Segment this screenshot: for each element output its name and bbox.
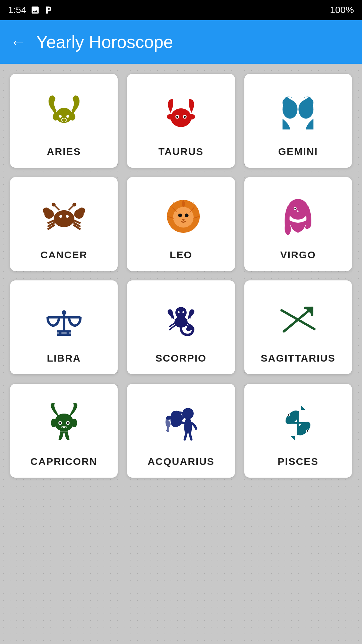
svg-line-77 <box>185 432 187 439</box>
status-bar: 1:54 100% <box>0 0 362 20</box>
svg-point-41 <box>178 214 182 217</box>
virgo-icon <box>271 190 325 243</box>
svg-point-79 <box>283 408 302 426</box>
svg-point-17 <box>283 98 292 107</box>
zodiac-card-cancer[interactable]: CANCER <box>10 177 118 271</box>
svg-point-33 <box>59 215 62 218</box>
svg-point-34 <box>66 215 68 218</box>
svg-marker-84 <box>291 434 298 441</box>
scorpio-label: SCORPIO <box>156 353 206 364</box>
zodiac-card-scorpio[interactable]: SCORPIO <box>127 280 235 374</box>
pisces-label: PISCES <box>278 456 318 467</box>
svg-point-45 <box>295 208 296 209</box>
svg-point-43 <box>288 199 309 220</box>
svg-line-65 <box>282 310 314 329</box>
parking-icon <box>44 5 53 15</box>
leo-label: LEO <box>170 249 192 261</box>
svg-point-19 <box>304 98 314 107</box>
status-right: 100% <box>330 5 354 15</box>
svg-point-48 <box>62 310 66 315</box>
svg-point-82 <box>288 414 289 416</box>
taurus-label: TAURUS <box>159 146 204 157</box>
svg-point-60 <box>178 311 180 313</box>
svg-point-76 <box>182 408 194 419</box>
capricorn-label: CAPRICORN <box>31 456 98 467</box>
svg-point-11 <box>176 116 178 118</box>
svg-point-37 <box>52 203 55 206</box>
svg-point-86 <box>307 430 308 432</box>
zodiac-card-sagittarius[interactable]: SAGITTARIUS <box>244 280 352 374</box>
leo-icon <box>154 190 208 243</box>
zodiac-card-capricorn[interactable]: CAPRICORN <box>10 384 118 478</box>
svg-point-75 <box>71 419 77 427</box>
sagittarius-icon <box>271 293 325 346</box>
aries-label: ARIES <box>47 146 81 157</box>
cancer-icon <box>37 190 91 243</box>
svg-point-71 <box>60 425 67 430</box>
app-bar: ← Yearly Horoscope <box>0 20 362 64</box>
zodiac-card-gemini[interactable]: GEMINI <box>244 74 352 168</box>
sagittarius-label: SAGITTARIUS <box>261 353 336 364</box>
svg-line-78 <box>189 432 191 439</box>
svg-line-26 <box>74 214 79 215</box>
svg-point-61 <box>182 311 184 313</box>
cancer-label: CANCER <box>40 249 87 261</box>
svg-point-14 <box>178 121 180 123</box>
svg-point-40 <box>173 207 194 228</box>
acquarius-icon <box>154 396 208 450</box>
svg-point-69 <box>59 422 61 424</box>
time-display: 1:54 <box>8 5 26 15</box>
zodiac-card-leo[interactable]: LEO <box>127 177 235 271</box>
svg-point-73 <box>64 426 66 428</box>
scorpio-icon <box>154 293 208 346</box>
gemini-icon <box>271 86 325 140</box>
aries-icon <box>37 86 91 140</box>
svg-point-83 <box>294 419 313 438</box>
gemini-label: GEMINI <box>278 146 318 157</box>
libra-icon <box>37 293 91 346</box>
svg-point-2 <box>66 115 69 118</box>
svg-point-38 <box>72 203 76 206</box>
svg-point-20 <box>54 210 74 227</box>
page-title: Yearly Horoscope <box>36 32 173 52</box>
zodiac-card-pisces[interactable]: PISCES <box>244 384 352 478</box>
virgo-label: VIRGO <box>280 249 316 261</box>
acquarius-label: ACQUARIUS <box>147 456 215 467</box>
svg-point-74 <box>51 419 56 427</box>
svg-point-1 <box>59 115 61 118</box>
zodiac-card-virgo[interactable]: VIRGO <box>244 177 352 271</box>
capricorn-icon <box>37 396 91 450</box>
svg-point-54 <box>175 307 187 318</box>
zodiac-card-taurus[interactable]: TAURUS <box>127 74 235 168</box>
battery-display: 100% <box>330 5 354 15</box>
svg-point-70 <box>67 422 69 424</box>
pisces-icon <box>271 396 325 450</box>
svg-point-42 <box>185 214 188 217</box>
svg-point-72 <box>62 426 64 428</box>
zodiac-grid: ARIES <box>0 64 362 488</box>
svg-point-4 <box>53 113 58 120</box>
svg-marker-80 <box>299 405 306 412</box>
svg-point-15 <box>182 121 184 123</box>
svg-point-5 <box>69 113 75 120</box>
zodiac-card-aries[interactable]: ARIES <box>10 74 118 168</box>
zodiac-card-acquarius[interactable]: ACQUARIUS <box>127 384 235 478</box>
svg-point-8 <box>188 114 195 120</box>
photo-icon <box>31 5 40 15</box>
zodiac-card-libra[interactable]: LIBRA <box>10 280 118 374</box>
taurus-icon <box>154 86 208 140</box>
svg-point-25 <box>78 207 85 214</box>
svg-point-12 <box>184 116 186 118</box>
back-button[interactable]: ← <box>10 33 26 51</box>
svg-point-22 <box>43 207 50 214</box>
svg-line-23 <box>49 214 54 215</box>
svg-point-7 <box>167 114 174 120</box>
svg-point-3 <box>61 118 67 122</box>
libra-label: LIBRA <box>47 353 81 364</box>
status-left: 1:54 <box>8 5 53 15</box>
